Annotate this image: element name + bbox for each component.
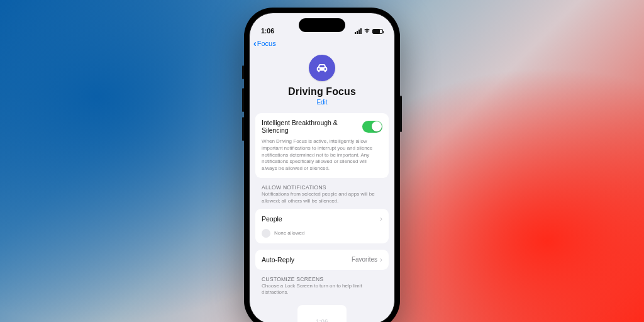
chevron-right-icon: › — [380, 255, 382, 264]
back-label: Focus — [257, 40, 276, 47]
intelligent-label: Intelligent Breakthrough & Silencing — [262, 119, 362, 134]
intelligent-desc: When Driving Focus is active, intelligen… — [262, 138, 382, 172]
ringer-switch — [242, 65, 244, 79]
chevron-left-icon: ‹ — [253, 39, 257, 48]
screen: 1:06 ‹ Focus Driving Focus Edit — [249, 13, 395, 322]
battery-icon — [372, 29, 383, 34]
intelligent-card: Intelligent Breakthrough & Silencing Whe… — [255, 113, 389, 178]
volume-down — [242, 117, 244, 141]
wifi-icon — [364, 28, 370, 35]
allow-sub: Notifications from selected people and a… — [262, 191, 382, 205]
edit-button[interactable]: Edit — [250, 99, 394, 106]
power-button — [400, 96, 402, 132]
customize-title: CUSTOMIZE SCREENS — [262, 276, 382, 282]
customize-sub: Choose a Lock Screen to turn on to help … — [262, 283, 382, 297]
people-label: People — [262, 215, 282, 223]
dynamic-island — [299, 18, 345, 32]
page-title: Driving Focus — [250, 86, 394, 97]
autoreply-row[interactable]: Auto-Reply Favorites › — [255, 250, 389, 270]
lockscreen-preview[interactable]: 1:06 — [297, 305, 347, 322]
people-status: None allowed — [274, 230, 304, 236]
people-card: People › None allowed — [255, 209, 389, 243]
iphone-frame: 1:06 ‹ Focus Driving Focus Edit — [244, 8, 400, 322]
lock-time: 1:06 — [316, 318, 328, 322]
autoreply-label: Auto-Reply — [262, 256, 294, 264]
allow-title: ALLOW NOTIFICATIONS — [262, 184, 382, 191]
cellular-icon — [355, 28, 362, 34]
hero: Driving Focus Edit — [250, 51, 394, 113]
customize-header: CUSTOMIZE SCREENS Choose a Lock Screen t… — [255, 276, 389, 301]
status-time: 1:06 — [261, 27, 274, 35]
chevron-right-icon: › — [380, 214, 382, 223]
people-row[interactable]: People › — [255, 209, 389, 229]
autoreply-value: Favorites — [352, 256, 377, 263]
allow-header: ALLOW NOTIFICATIONS Notifications from s… — [255, 184, 389, 209]
back-button[interactable]: ‹ Focus — [253, 39, 276, 48]
avatar-placeholder — [262, 229, 270, 238]
driving-icon — [309, 55, 335, 81]
volume-up — [242, 88, 244, 112]
intelligent-toggle[interactable] — [362, 121, 382, 133]
nav-bar: ‹ Focus — [250, 36, 394, 51]
